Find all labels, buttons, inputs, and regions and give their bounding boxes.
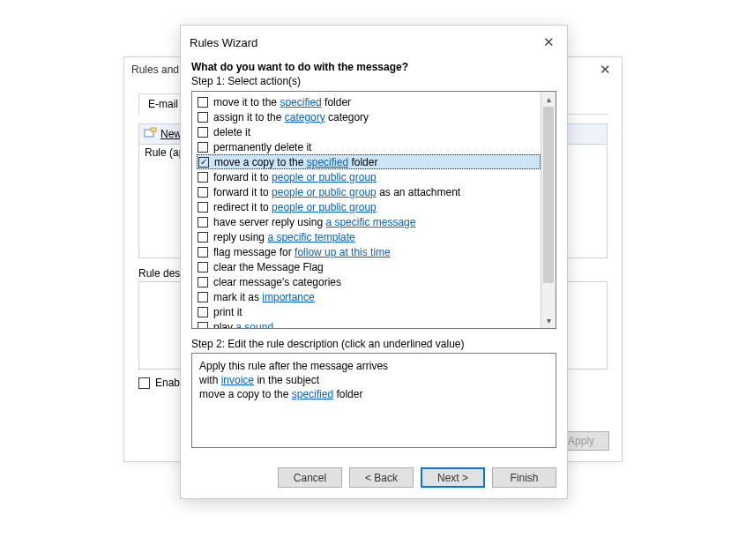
action-label: permanently delete it [213, 141, 311, 153]
rules-wizard-dialog: Rules Wizard ✕ What do you want to do wi… [180, 25, 568, 499]
action-row[interactable]: permanently delete it [198, 139, 541, 154]
step2-label: Step 2: Edit the rule description (click… [191, 338, 556, 350]
desc-line: Apply this rule after the message arrive… [199, 359, 548, 373]
action-row[interactable]: reply using a specific template [198, 229, 541, 244]
cancel-button[interactable]: Cancel [278, 467, 342, 488]
action-param-link[interactable]: importance [262, 291, 314, 303]
scrollbar[interactable]: ▴ ▾ [541, 92, 556, 328]
action-label: forward it to people or public group as … [213, 186, 460, 198]
step1-label: Step 1: Select action(s) [191, 75, 556, 87]
action-label: print it [213, 306, 242, 318]
action-label: delete it [213, 126, 250, 138]
action-row[interactable]: clear message's categories [198, 274, 541, 289]
action-row[interactable]: forward it to people or public group as … [198, 184, 541, 199]
action-checkbox[interactable] [198, 217, 208, 228]
action-row[interactable]: redirect it to people or public group [198, 199, 541, 214]
action-row[interactable]: move it to the specified folder [198, 94, 541, 109]
action-row[interactable]: flag message for follow up at this time [198, 244, 541, 259]
action-checkbox[interactable] [198, 172, 208, 183]
action-checkbox[interactable] [198, 232, 208, 243]
action-checkbox[interactable] [198, 262, 208, 273]
actions-list[interactable]: move it to the specified folderassign it… [192, 92, 541, 328]
action-param-link[interactable]: people or public group [272, 171, 377, 183]
finish-button[interactable]: Finish [492, 467, 556, 488]
close-icon[interactable]: ✕ [539, 33, 558, 52]
action-param-link[interactable]: a sound [235, 321, 273, 329]
action-row[interactable]: print it [198, 304, 541, 319]
action-row[interactable]: clear the Message Flag [198, 259, 541, 274]
action-checkbox[interactable] [198, 187, 208, 198]
action-param-link[interactable]: a specific template [267, 231, 354, 243]
action-label: clear the Message Flag [213, 261, 324, 273]
action-param-link[interactable]: people or public group [272, 201, 377, 213]
desc-line: move a copy to the specified folder [199, 387, 548, 401]
action-row[interactable]: have server reply using a specific messa… [198, 214, 541, 229]
action-label: clear message's categories [213, 276, 341, 288]
folder-value-link[interactable]: specified [292, 388, 333, 400]
subject-value-link[interactable]: invoice [221, 374, 254, 386]
action-label: reply using a specific template [213, 231, 355, 243]
action-checkbox[interactable] [198, 112, 208, 123]
action-checkbox[interactable] [198, 202, 208, 213]
actions-listbox: move it to the specified folderassign it… [191, 91, 556, 329]
action-param-link[interactable]: specified [307, 156, 348, 168]
action-label: flag message for follow up at this time [213, 246, 391, 258]
action-row[interactable]: mark it as importance [198, 289, 541, 304]
scroll-thumb[interactable] [543, 107, 554, 283]
action-checkbox[interactable] [198, 322, 208, 329]
desc-line: with invoice in the subject [199, 373, 548, 387]
action-checkbox[interactable] [198, 277, 208, 287]
wizard-title: Rules Wizard [190, 36, 257, 49]
action-checkbox[interactable] [198, 157, 209, 168]
action-label: mark it as importance [213, 291, 315, 303]
wizard-question: What do you want to do with the message? [191, 61, 556, 73]
action-label: redirect it to people or public group [213, 201, 377, 213]
next-button[interactable]: Next > [421, 467, 485, 488]
rule-description-editor[interactable]: Apply this rule after the message arrive… [191, 353, 556, 448]
action-label: move a copy to the specified folder [214, 156, 377, 168]
close-icon[interactable]: ✕ [595, 60, 615, 79]
enable-rss-checkbox[interactable] [138, 377, 150, 389]
action-label: assign it to the category category [213, 111, 369, 123]
action-label: play a sound [213, 321, 273, 329]
action-row[interactable]: assign it to the category category [198, 109, 541, 124]
action-param-link[interactable]: people or public group [272, 186, 377, 198]
action-checkbox[interactable] [198, 292, 208, 302]
action-param-link[interactable]: specified [280, 96, 321, 108]
action-label: move it to the specified folder [213, 96, 351, 108]
action-row[interactable]: forward it to people or public group [198, 169, 541, 184]
new-rule-icon [143, 127, 157, 141]
action-checkbox[interactable] [198, 127, 208, 138]
action-checkbox[interactable] [198, 247, 208, 258]
action-row[interactable]: play a sound [198, 319, 541, 328]
action-label: have server reply using a specific messa… [213, 216, 415, 228]
back-button[interactable]: < Back [349, 467, 414, 488]
action-checkbox[interactable] [198, 307, 208, 317]
scroll-down-icon[interactable]: ▾ [541, 313, 556, 328]
action-checkbox[interactable] [198, 97, 208, 108]
action-param-link[interactable]: a specific message [325, 216, 415, 228]
action-label: forward it to people or public group [213, 171, 377, 183]
action-checkbox[interactable] [198, 142, 208, 153]
scroll-up-icon[interactable]: ▴ [541, 92, 556, 107]
action-row[interactable]: delete it [198, 124, 541, 139]
action-param-link[interactable]: category [285, 111, 325, 123]
action-param-link[interactable]: follow up at this time [295, 246, 391, 258]
action-row[interactable]: move a copy to the specified folder [197, 154, 541, 169]
svg-rect-1 [151, 128, 156, 131]
